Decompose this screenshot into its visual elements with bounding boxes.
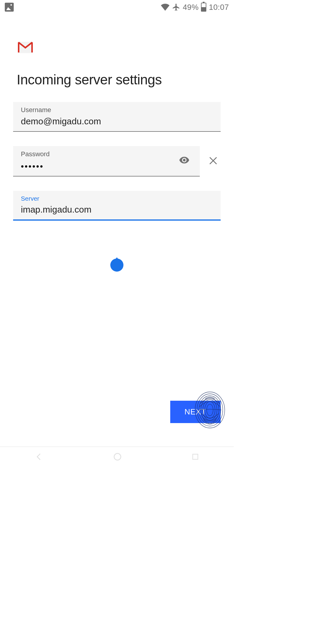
server-field[interactable]: Server (13, 191, 221, 221)
password-field[interactable]: Password •••••• (13, 146, 200, 177)
username-input[interactable] (21, 116, 213, 126)
image-notification-icon (5, 3, 14, 12)
username-label: Username (21, 106, 213, 114)
battery-icon (201, 3, 206, 12)
nav-back-icon[interactable] (32, 449, 47, 465)
status-time: 10:07 (209, 3, 229, 12)
svg-rect-1 (18, 42, 19, 52)
airplane-mode-icon (172, 3, 180, 11)
svg-point-10 (114, 453, 121, 460)
server-input[interactable] (21, 205, 213, 215)
next-button[interactable]: NEXT (170, 401, 221, 423)
status-bar: 49% 10:07 (0, 0, 234, 14)
text-cursor-handle-icon[interactable] (110, 258, 123, 272)
navigation-bar (0, 447, 234, 467)
toggle-password-visibility-icon[interactable] (177, 152, 192, 169)
svg-rect-11 (193, 454, 198, 459)
nav-recent-icon[interactable] (188, 450, 202, 465)
password-label: Password (21, 150, 177, 158)
username-field[interactable]: Username (13, 102, 221, 132)
server-label: Server (21, 195, 213, 202)
page-title: Incoming server settings (17, 72, 221, 88)
password-input[interactable]: •••••• (21, 162, 177, 171)
nav-home-icon[interactable] (110, 449, 125, 465)
battery-percentage: 49% (183, 3, 199, 12)
clear-password-icon[interactable] (206, 153, 221, 169)
svg-rect-2 (31, 42, 33, 52)
gmail-logo-icon (18, 42, 221, 54)
wifi-icon (161, 4, 170, 11)
